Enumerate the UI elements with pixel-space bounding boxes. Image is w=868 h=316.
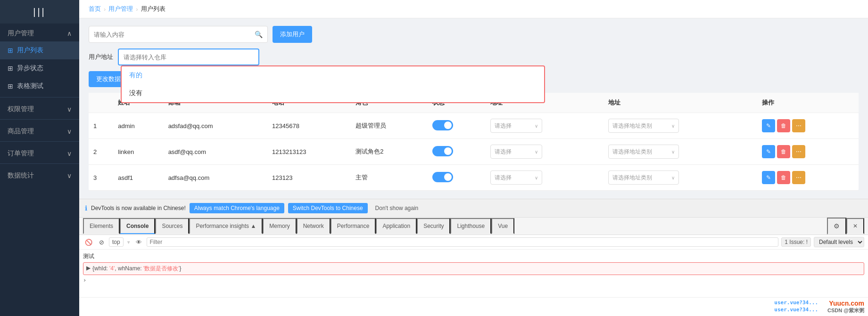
status-toggle-3[interactable] [432, 172, 453, 182]
devtools-close-icon[interactable]: ✕ [846, 218, 864, 234]
filter-toggle-button[interactable]: ⊘ [97, 238, 106, 247]
search-row: 🔍 添加用户 [89, 26, 859, 43]
tab-console[interactable]: Console [120, 218, 155, 234]
row-num-1: 1 [89, 113, 113, 139]
cell-actions-2: ✎ 🗑 ⋯ [757, 139, 859, 165]
footer-link-1[interactable]: user.vue?34... [774, 300, 818, 306]
console-prompt: › [83, 277, 86, 284]
eye-toggle-button[interactable]: 👁 [134, 238, 144, 247]
cell-phone-2: 1213213123 [267, 139, 351, 165]
content-area: 🔍 添加用户 用户地址 有的 没有 更改数据 [79, 18, 868, 199]
always-match-language-button[interactable]: Always match Chrome's language [190, 203, 284, 213]
tab-network[interactable]: Network [297, 218, 331, 234]
cell-actions-3: ✎ 🗑 ⋯ [757, 165, 859, 191]
delete-button-1[interactable]: 🗑 [777, 119, 790, 132]
switch-devtools-chinese-button[interactable]: Switch DevTools to Chinese [288, 203, 368, 213]
cell-addr2-3: 请选择地址类别 ∨ [603, 165, 757, 191]
chevron-down-icon: ∨ [535, 123, 538, 129]
main-area: 首页 › 用户管理 › 用户列表 🔍 添加用户 用户地址 [79, 0, 868, 316]
sidebar-section-orders[interactable]: 订单管理 ∨ [0, 144, 79, 162]
sidebar-section-user-management[interactable]: 用户管理 ∧ [0, 24, 79, 41]
row-num-2: 2 [89, 139, 113, 165]
status-toggle-2[interactable] [432, 146, 453, 156]
grid-icon-3: ⊞ [8, 82, 13, 90]
cell-phone-1: 12345678 [267, 113, 351, 139]
edit-button-2[interactable]: ✎ [762, 145, 775, 158]
cell-role-3: 主管 [351, 165, 428, 191]
cell-addr2-2: 请选择地址类别 ∨ [603, 139, 757, 165]
address-dropdown: 有的 没有 [121, 65, 545, 103]
tab-elements[interactable]: Elements [83, 218, 120, 234]
dont-show-again-button[interactable]: Don't show again [372, 203, 422, 213]
sidebar-item-user-list[interactable]: ⊞ 用户列表 [0, 41, 79, 59]
dropdown-item-none[interactable]: 没有 [122, 84, 544, 102]
devtools-settings-icon[interactable]: ⚙ [827, 218, 846, 235]
cell-email-1: adsfad@qq.com [164, 113, 267, 139]
tab-performance-insights[interactable]: Performance insights ▲ [189, 218, 263, 234]
dropdown-item-you[interactable]: 有的 [122, 66, 544, 84]
row-num-3: 3 [89, 165, 113, 191]
search-input[interactable] [94, 31, 255, 38]
sidebar-item-table-test[interactable]: ⊞ 表格测试 [0, 77, 79, 95]
sidebar-section-products[interactable]: 商品管理 ∨ [0, 122, 79, 139]
cell-actions-1: ✎ 🗑 ⋯ [757, 113, 859, 139]
devtools-tabs: Elements Console Sources Performance ins… [79, 218, 868, 235]
footer-brand: Yuucn.com [829, 300, 864, 307]
tab-application[interactable]: Application [376, 218, 417, 234]
edit-button-3[interactable]: ✎ [762, 171, 775, 184]
col-header-addr2: 地址 [603, 93, 757, 113]
cell-addr1-2: 请选择 ∨ [486, 139, 603, 165]
devtools-panel: Elements Console Sources Performance ins… [79, 217, 868, 316]
more-button-3[interactable]: ⋯ [792, 171, 805, 184]
top-level-indicator: top [109, 237, 124, 247]
devtools-notify-text: DevTools is now available in Chinese! [91, 205, 186, 211]
table-row: 1 admin adsfad@qq.com 12345678 超级管理员 请选择 [89, 113, 859, 139]
tab-lighthouse[interactable]: Lighthouse [450, 218, 491, 234]
add-user-button[interactable]: 添加用户 [273, 26, 312, 43]
clear-console-button[interactable]: 🚫 [83, 238, 94, 247]
sidebar-logo: ||| [0, 0, 79, 24]
cell-name-1: admin [113, 113, 163, 139]
delete-button-2[interactable]: 🗑 [777, 145, 790, 158]
devtools-console: 测试 ▶ {whId: '4', whName: '数据是否修改'} › [79, 250, 868, 297]
address-filter-input[interactable] [118, 49, 259, 65]
addr1-select-1[interactable]: 请选择 ∨ [490, 119, 542, 133]
tab-security[interactable]: Security [417, 218, 450, 234]
sidebar-item-async-status[interactable]: ⊞ 异步状态 [0, 59, 79, 77]
cell-name-2: linken [113, 139, 163, 165]
tab-performance[interactable]: Performance [331, 218, 376, 234]
delete-button-3[interactable]: 🗑 [777, 171, 790, 184]
default-levels-select[interactable]: Default levels [814, 237, 864, 247]
addr1-select-2[interactable]: 请选择 ∨ [490, 145, 542, 159]
tab-memory[interactable]: Memory [263, 218, 296, 234]
addr2-select-1[interactable]: 请选择地址类别 ∨ [608, 119, 679, 133]
grid-icon-2: ⊞ [8, 65, 13, 72]
col-header-num [89, 93, 113, 113]
chevron-down-icon-6: ∨ [671, 175, 675, 180]
sidebar-section-stats[interactable]: 数据统计 ∨ [0, 166, 79, 184]
addr2-select-3[interactable]: 请选择地址类别 ∨ [608, 170, 679, 185]
addr2-select-2[interactable]: 请选择地址类别 ∨ [608, 145, 679, 159]
cell-addr1-3: 请选择 ∨ [486, 165, 603, 191]
tab-sources[interactable]: Sources [155, 218, 189, 234]
cell-email-2: asdf@qq.com [164, 139, 267, 165]
more-button-2[interactable]: ⋯ [792, 145, 805, 158]
tab-vue[interactable]: Vue [491, 218, 514, 234]
status-toggle-1[interactable] [432, 120, 453, 130]
addr1-select-3[interactable]: 请选择 ∨ [490, 170, 542, 185]
cell-role-2: 测试角色2 [351, 139, 428, 165]
search-icon[interactable]: 🔍 [255, 31, 263, 38]
more-button-1[interactable]: ⋯ [792, 119, 805, 132]
console-log-text: {whId: '4', whName: '数据是否修改'} [92, 265, 182, 273]
expand-log-arrow[interactable]: ▶ [86, 265, 91, 271]
cell-status-2 [428, 139, 486, 165]
sidebar-section-permissions[interactable]: 权限管理 ∨ [0, 99, 79, 117]
cell-status-3 [428, 165, 486, 191]
footer-sub: CSDN @紫米粥 [827, 307, 864, 314]
action-btns-1: ✎ 🗑 ⋯ [762, 119, 854, 132]
devtools-toolbar: 🚫 ⊘ top ▼ 👁 1 Issue: ! Default levels [79, 235, 868, 250]
footer-link-2[interactable]: user.vue?34... [774, 307, 818, 313]
console-filter-input[interactable] [147, 237, 779, 247]
cell-email-3: adfsa@qq.com [164, 165, 267, 191]
edit-button-1[interactable]: ✎ [762, 119, 775, 132]
